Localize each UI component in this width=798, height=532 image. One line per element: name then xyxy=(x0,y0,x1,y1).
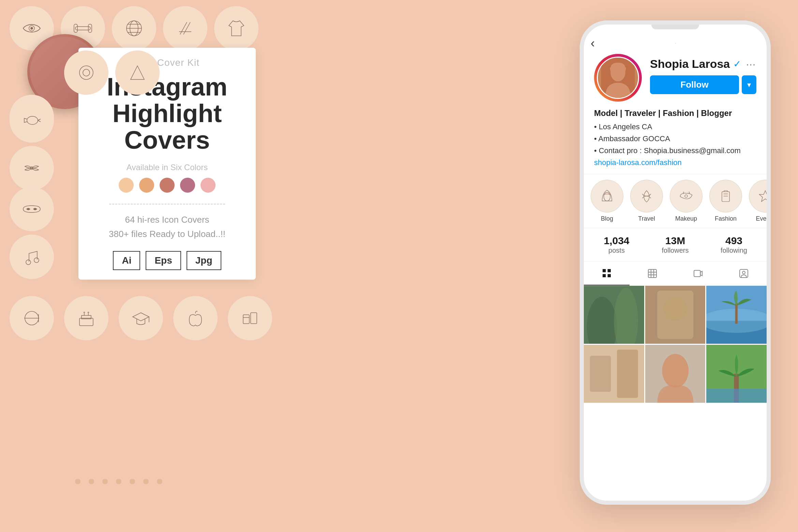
svg-rect-3 xyxy=(74,24,77,32)
back-button[interactable]: ‹ xyxy=(591,36,595,50)
format-badges: Ai Eps Jpg xyxy=(113,251,221,270)
format-ai: Ai xyxy=(113,251,140,270)
tab-bar xyxy=(584,262,767,286)
highlight-travel[interactable]: Travel xyxy=(630,180,663,222)
highlight-events[interactable]: Events xyxy=(749,180,767,222)
svg-rect-60 xyxy=(590,356,611,392)
highlights-section: Blog Travel Makeup xyxy=(584,174,767,228)
svg-line-10 xyxy=(180,22,187,34)
stat-followers: 13M followers xyxy=(646,235,705,254)
svg-point-54 xyxy=(663,297,688,321)
svg-rect-58 xyxy=(735,302,738,324)
phone-status: · xyxy=(602,40,750,46)
tab-reel[interactable] xyxy=(630,262,675,285)
icon-circle-hairdryer2 xyxy=(10,98,54,143)
photo-5[interactable] xyxy=(645,345,706,403)
svg-point-21 xyxy=(34,258,39,263)
verified-icon: ✓ xyxy=(733,58,741,70)
svg-rect-39 xyxy=(722,192,729,202)
highlight-blog[interactable]: Blog xyxy=(591,180,623,222)
tab-video[interactable] xyxy=(675,262,721,285)
svg-point-17 xyxy=(27,116,38,124)
icon-circle-sleep-mask xyxy=(10,187,54,231)
svg-line-19 xyxy=(38,120,41,122)
svg-line-11 xyxy=(183,22,190,34)
phone-header: ‹ · xyxy=(584,33,767,54)
follow-actions: Follow ▾ xyxy=(650,75,756,94)
divider xyxy=(109,204,225,205)
icon-circle-pens xyxy=(163,6,207,50)
phone-notch xyxy=(651,25,699,29)
icon-circle-books xyxy=(228,296,272,340)
tab-tagged[interactable] xyxy=(721,262,767,285)
color-swatch-3 xyxy=(160,178,175,193)
svg-rect-24 xyxy=(79,318,93,326)
svg-point-1 xyxy=(31,27,33,29)
format-eps: Eps xyxy=(146,251,181,270)
card-description: 64 hi-res Icon Covers 380+ files Ready t… xyxy=(109,213,225,241)
svg-point-38 xyxy=(685,195,688,197)
icon-circle-plate xyxy=(10,296,54,340)
stats-section: 1,034 posts 13M followers 493 following xyxy=(584,228,767,262)
highlight-makeup[interactable]: Makeup xyxy=(670,180,703,222)
icon-circle-globe xyxy=(112,6,156,50)
icon-circle-side2 xyxy=(115,50,160,95)
card-colors-label: Available in Six Colors xyxy=(127,163,208,172)
icon-circle-bow xyxy=(10,146,54,190)
more-options-icon[interactable]: ··· xyxy=(746,57,755,71)
svg-point-20 xyxy=(26,260,31,265)
svg-rect-44 xyxy=(608,274,611,277)
stat-following: 493 following xyxy=(705,235,763,254)
bio-link[interactable]: shopia-larosa.com/fashion xyxy=(594,158,756,167)
format-jpg: Jpg xyxy=(187,251,221,270)
profile-info: Shopia Larosa ✓ ··· Follow ▾ xyxy=(650,54,756,94)
color-swatch-1 xyxy=(119,178,134,193)
avatar xyxy=(594,54,642,102)
photo-1[interactable] xyxy=(584,286,644,344)
photo-grid xyxy=(584,286,767,403)
color-swatch-4 xyxy=(180,178,195,193)
follow-dropdown-button[interactable]: ▾ xyxy=(742,75,756,94)
bio-lines: • Los Angeles CA • Ambassador GOCCA • Co… xyxy=(594,121,756,157)
stat-posts: 1,034 posts xyxy=(587,235,646,254)
svg-rect-42 xyxy=(608,269,611,272)
svg-rect-66 xyxy=(706,389,767,403)
highlight-fashion[interactable]: Fashion xyxy=(709,180,742,222)
dots-pattern xyxy=(75,479,273,484)
photo-4[interactable] xyxy=(584,345,644,403)
icon-circle-apple xyxy=(173,296,218,340)
icon-circle-graduation xyxy=(119,296,163,340)
card-title: Instagram Highlight Covers xyxy=(95,74,239,153)
svg-rect-4 xyxy=(88,24,92,32)
icon-circle-cake xyxy=(64,296,108,340)
phone-mockup: ‹ · Shopia Larosa ✓ xyxy=(580,20,771,505)
photo-6[interactable] xyxy=(706,345,767,403)
icon-circle-music2 xyxy=(10,235,54,279)
svg-rect-41 xyxy=(603,269,606,272)
profile-name-row: Shopia Larosa ✓ ··· xyxy=(650,57,756,71)
color-swatch-5 xyxy=(201,178,216,193)
svg-point-63 xyxy=(662,354,689,387)
icon-circle-shirt xyxy=(214,6,258,50)
svg-rect-43 xyxy=(603,274,606,277)
icon-circle-side1 xyxy=(64,50,108,95)
photo-2[interactable] xyxy=(645,286,706,344)
color-swatches xyxy=(119,178,216,193)
follow-button[interactable]: Follow xyxy=(650,75,739,94)
svg-point-33 xyxy=(79,66,93,79)
tab-grid[interactable] xyxy=(584,262,630,285)
svg-rect-46 xyxy=(694,270,700,277)
svg-rect-45 xyxy=(648,269,656,278)
svg-line-18 xyxy=(38,119,41,120)
svg-rect-61 xyxy=(617,350,638,398)
profile-name: Shopia Larosa xyxy=(650,57,730,71)
bio-section: Model | Traveler | Fashion | Blogger • L… xyxy=(584,108,767,174)
svg-rect-31 xyxy=(251,313,257,324)
svg-marker-40 xyxy=(759,191,767,202)
svg-point-48 xyxy=(742,271,745,274)
profile-section: Shopia Larosa ✓ ··· Follow ▾ xyxy=(584,54,767,108)
photo-3[interactable] xyxy=(706,286,767,344)
svg-rect-30 xyxy=(243,315,249,324)
bio-title: Model | Traveler | Fashion | Blogger xyxy=(594,108,756,118)
color-swatch-2 xyxy=(139,178,154,193)
